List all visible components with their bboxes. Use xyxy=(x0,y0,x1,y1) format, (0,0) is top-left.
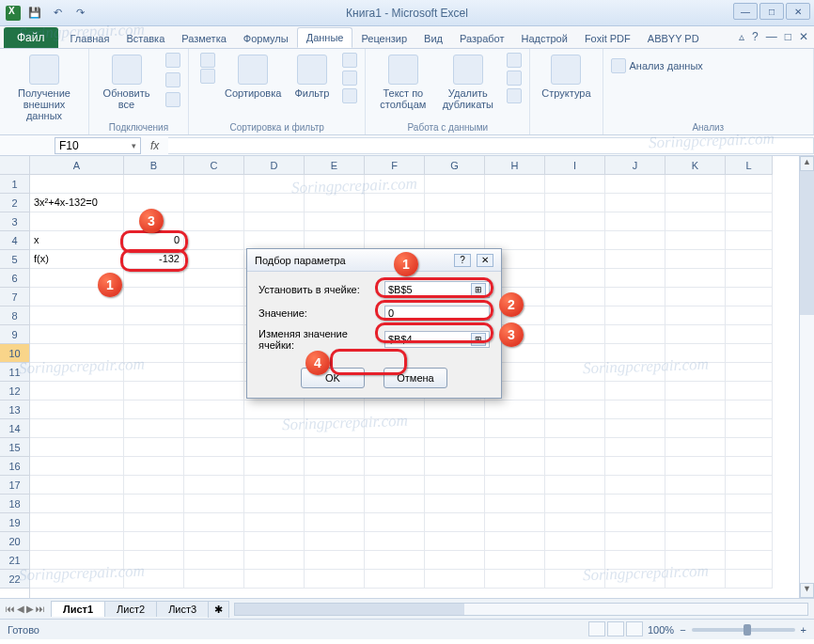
row-17[interactable]: 17 xyxy=(0,476,29,495)
row-18[interactable]: 18 xyxy=(0,495,29,513)
cell-B5[interactable]: -132 xyxy=(124,250,184,269)
cell-D20[interactable] xyxy=(244,532,305,551)
cell-J16[interactable] xyxy=(605,457,665,476)
col-J[interactable]: J xyxy=(605,156,665,174)
cell-E13[interactable] xyxy=(305,401,365,419)
cell-D2[interactable] xyxy=(244,194,305,212)
cell-L12[interactable] xyxy=(726,382,773,401)
row-21[interactable]: 21 xyxy=(0,551,29,570)
cell-G1[interactable] xyxy=(425,175,485,194)
cell-L4[interactable] xyxy=(726,231,773,250)
row-3[interactable]: 3 xyxy=(0,212,29,231)
cell-J3[interactable] xyxy=(605,212,665,231)
cell-I21[interactable] xyxy=(545,551,605,570)
row-15[interactable]: 15 xyxy=(0,438,29,457)
cell-F22[interactable] xyxy=(365,570,425,589)
cell-C9[interactable] xyxy=(184,325,244,344)
cell-H14[interactable] xyxy=(485,419,545,438)
cell-B13[interactable] xyxy=(124,401,184,419)
cell-I16[interactable] xyxy=(545,457,605,476)
cell-J17[interactable] xyxy=(605,476,665,495)
row-16[interactable]: 16 xyxy=(0,457,29,476)
set-cell-ref-icon[interactable]: ⊞ xyxy=(471,283,486,296)
cell-B2[interactable] xyxy=(124,194,184,212)
cell-K8[interactable] xyxy=(665,306,726,325)
changing-cell-input[interactable]: $B$4 ⊞ xyxy=(384,331,490,348)
cell-J11[interactable] xyxy=(605,363,665,382)
page-break-view-icon[interactable] xyxy=(626,621,643,636)
cell-K3[interactable] xyxy=(665,212,726,231)
cell-B17[interactable] xyxy=(124,476,184,495)
cell-G14[interactable] xyxy=(425,419,485,438)
sheet-nav-first-icon[interactable]: ⏮ xyxy=(6,604,15,614)
cell-K5[interactable] xyxy=(665,250,726,269)
cell-K12[interactable] xyxy=(665,382,726,401)
cell-B4[interactable]: 0 xyxy=(124,231,184,250)
cell-C19[interactable] xyxy=(184,513,244,532)
cell-B22[interactable] xyxy=(124,570,184,589)
row-1[interactable]: 1 xyxy=(0,175,29,194)
cell-A10[interactable] xyxy=(30,344,124,363)
cell-I1[interactable] xyxy=(545,175,605,194)
cell-A8[interactable] xyxy=(30,306,124,325)
row-22[interactable]: 22 xyxy=(0,570,29,589)
row-8[interactable]: 8 xyxy=(0,306,29,325)
cell-L13[interactable] xyxy=(726,401,773,419)
dialog-help-button[interactable]: ? xyxy=(454,254,471,267)
cell-L10[interactable] xyxy=(726,344,773,363)
cell-C6[interactable] xyxy=(184,269,244,288)
cell-J8[interactable] xyxy=(605,306,665,325)
cell-A22[interactable] xyxy=(30,570,124,589)
cell-D21[interactable] xyxy=(244,551,305,570)
remove-duplicates-button[interactable]: Удалить дубликаты xyxy=(438,53,497,112)
cell-J9[interactable] xyxy=(605,325,665,344)
ok-button[interactable]: OK xyxy=(301,368,365,388)
cell-C20[interactable] xyxy=(184,532,244,551)
cell-K17[interactable] xyxy=(665,476,726,495)
whatif-icon[interactable] xyxy=(507,88,522,103)
cell-J2[interactable] xyxy=(605,194,665,212)
cell-F13[interactable] xyxy=(365,401,425,419)
cell-E14[interactable] xyxy=(305,419,365,438)
cell-L5[interactable] xyxy=(726,250,773,269)
cell-C14[interactable] xyxy=(184,419,244,438)
cell-J15[interactable] xyxy=(605,438,665,457)
dialog-close-button[interactable]: ✕ xyxy=(477,254,493,267)
cell-D16[interactable] xyxy=(244,457,305,476)
cell-I15[interactable] xyxy=(545,438,605,457)
cell-I4[interactable] xyxy=(545,231,605,250)
tab-insert[interactable]: Вставка xyxy=(117,29,173,48)
sheet-nav-last-icon[interactable]: ⏭ xyxy=(36,604,45,614)
cell-J6[interactable] xyxy=(605,269,665,288)
cell-K18[interactable] xyxy=(665,495,726,513)
cell-L7[interactable] xyxy=(726,288,773,306)
cell-F15[interactable] xyxy=(365,438,425,457)
cell-F21[interactable] xyxy=(365,551,425,570)
cell-B8[interactable] xyxy=(124,306,184,325)
filter-button[interactable]: Фильтр xyxy=(290,53,333,103)
cell-I9[interactable] xyxy=(545,325,605,344)
cell-I20[interactable] xyxy=(545,532,605,551)
scroll-up-icon[interactable]: ▲ xyxy=(800,156,814,171)
cell-B1[interactable] xyxy=(124,175,184,194)
cell-F16[interactable] xyxy=(365,457,425,476)
cell-A15[interactable] xyxy=(30,438,124,457)
cell-I17[interactable] xyxy=(545,476,605,495)
cell-H21[interactable] xyxy=(485,551,545,570)
cell-G4[interactable] xyxy=(425,231,485,250)
minimize-button[interactable]: — xyxy=(733,3,758,20)
col-I[interactable]: I xyxy=(545,156,605,174)
cell-L2[interactable] xyxy=(726,194,773,212)
cell-B14[interactable] xyxy=(124,419,184,438)
cell-B7[interactable] xyxy=(124,288,184,306)
cell-I14[interactable] xyxy=(545,419,605,438)
cell-G18[interactable] xyxy=(425,495,485,513)
cell-E2[interactable] xyxy=(305,194,365,212)
sort-desc-icon[interactable] xyxy=(200,69,215,84)
cell-E21[interactable] xyxy=(305,551,365,570)
cell-I13[interactable] xyxy=(545,401,605,419)
cell-K22[interactable] xyxy=(665,570,726,589)
cell-E4[interactable] xyxy=(305,231,365,250)
cell-B15[interactable] xyxy=(124,438,184,457)
cell-I11[interactable] xyxy=(545,363,605,382)
